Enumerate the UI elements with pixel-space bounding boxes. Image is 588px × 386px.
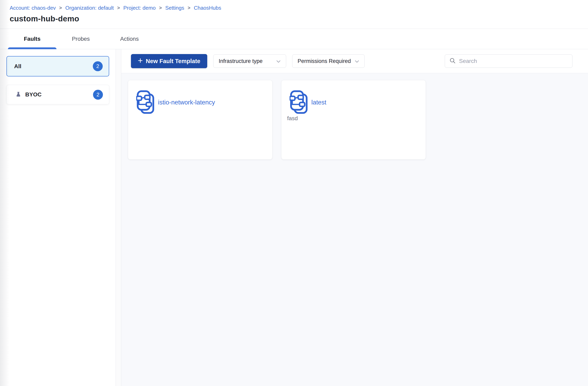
page-title: custom-hub-demo [10, 14, 588, 23]
fault-template-title[interactable]: latest [311, 99, 326, 106]
fault-template-card-istio-network-latency[interactable]: istio-network-latency [128, 80, 273, 160]
search-input[interactable] [459, 58, 568, 64]
content-area: All 2 BYOC 2 + New Fault Template Infras… [0, 49, 588, 386]
dropdown-label: Permissions Required [298, 58, 351, 64]
count-badge: 2 [93, 90, 103, 100]
page-header: Account: chaos-dev > Organization: defau… [0, 0, 588, 29]
fault-template-grid: istio-network-latency latest [121, 73, 588, 386]
card-header: latest [290, 90, 418, 115]
fault-template-title[interactable]: istio-network-latency [158, 99, 215, 106]
fault-template-icon [136, 90, 155, 115]
new-fault-template-button[interactable]: + New Fault Template [131, 54, 207, 68]
fault-template-card-latest[interactable]: latest fasd [281, 80, 426, 160]
chevron-right-icon: > [188, 5, 190, 11]
card-header: istio-network-latency [136, 90, 265, 115]
fault-template-description: fasd [287, 115, 418, 122]
chevron-down-icon [276, 58, 281, 64]
breadcrumb-chaoshubs[interactable]: ChaosHubs [194, 5, 221, 11]
flask-icon [16, 91, 21, 98]
permissions-required-dropdown[interactable]: Permissions Required [292, 54, 365, 68]
tab-actions[interactable]: Actions [105, 29, 154, 49]
search-box[interactable] [445, 54, 572, 68]
tab-faults[interactable]: Faults [8, 29, 57, 49]
fault-template-description [134, 115, 265, 121]
sidebar-item-label: All [14, 63, 21, 70]
faults-toolbar: + New Fault Template Infrastructure type… [121, 49, 588, 73]
fault-category-sidebar: All 2 BYOC 2 [0, 49, 116, 386]
search-icon [449, 58, 456, 65]
breadcrumb-project[interactable]: Project: demo [123, 5, 156, 11]
fault-template-icon [290, 90, 308, 115]
tab-bar: Faults Probes Actions [0, 29, 588, 49]
sidebar-item-label: BYOC [25, 91, 42, 98]
sidebar-divider [116, 49, 121, 386]
new-fault-template-label: New Fault Template [146, 58, 200, 64]
breadcrumb-account[interactable]: Account: chaos-dev [10, 5, 56, 11]
count-badge: 2 [93, 61, 103, 71]
sidebar-item-byoc[interactable]: BYOC 2 [6, 85, 109, 104]
breadcrumb: Account: chaos-dev > Organization: defau… [10, 5, 588, 11]
tab-probes[interactable]: Probes [57, 29, 105, 49]
breadcrumb-settings[interactable]: Settings [165, 5, 184, 11]
sidebar-item-all[interactable]: All 2 [6, 56, 109, 76]
chevron-right-icon: > [117, 5, 120, 11]
faults-panel: + New Fault Template Infrastructure type… [121, 49, 588, 386]
dropdown-label: Infrastructure type [219, 58, 263, 64]
chevron-right-icon: > [59, 5, 62, 11]
breadcrumb-organization[interactable]: Organization: default [65, 5, 114, 11]
infrastructure-type-dropdown[interactable]: Infrastructure type [213, 54, 286, 68]
chevron-down-icon [355, 58, 359, 64]
chevron-right-icon: > [159, 5, 162, 11]
